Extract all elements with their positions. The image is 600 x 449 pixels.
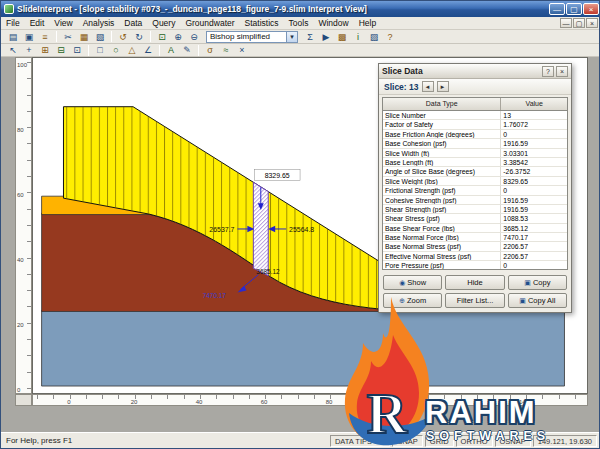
report-icon[interactable]: ▨ [367, 31, 381, 43]
menu-item-window[interactable]: Window [313, 17, 353, 30]
toolbar-group-analysis: Σ▶▩i▨? [302, 31, 398, 43]
menu-item-tools[interactable]: Tools [284, 17, 314, 30]
menu-item-statistics[interactable]: Statistics [240, 17, 284, 30]
bedrock-layer[interactable] [42, 310, 565, 386]
menu-item-view[interactable]: View [49, 17, 77, 30]
print-icon[interactable]: ≡ [38, 31, 52, 43]
slice-data-dialog: Slice Data ? × Slice: 13 ◄ ► Data Type V… [378, 63, 572, 313]
graph-query-icon[interactable]: △ [125, 44, 139, 56]
copy-all-button[interactable]: ▣Copy All [508, 293, 567, 308]
slice-next-button[interactable]: ► [437, 81, 449, 92]
table-row[interactable]: Pore Pressure (psf)0 [383, 261, 567, 270]
column-header-value[interactable]: Value [501, 98, 567, 110]
table-row[interactable]: Base Normal Force (lbs)7470.17 [383, 233, 567, 242]
table-row[interactable]: Effective Normal Stress (psf)2206.57 [383, 252, 567, 261]
help-icon[interactable]: ? [383, 31, 397, 43]
delete-icon[interactable]: × [235, 44, 249, 56]
table-row[interactable]: Angle of Slice Base (degrees)-26.3752 [383, 167, 567, 176]
table-row[interactable]: Base Normal Stress (psf)2206.57 [383, 242, 567, 251]
dialog-help-button[interactable]: ? [542, 66, 554, 77]
analysis-method-select[interactable]: Bishop simplified ▾ [206, 31, 298, 43]
zoom-button[interactable]: ⊕Zoom [383, 293, 442, 308]
toolbar-main: ▤▣≡✂▦▧↺↻⊡⊕⊖ Bishop simplified ▾ Σ▶▩i▨? [1, 30, 600, 44]
copy-icon[interactable]: ▦ [77, 31, 91, 43]
table-row[interactable]: Base Length (ft)3.38542 [383, 158, 567, 167]
query-slice-icon[interactable]: □ [93, 44, 107, 56]
filter-list-button-label: Filter List... [457, 296, 494, 305]
table-row[interactable]: Cohesive Strength (psf)1916.59 [383, 196, 567, 205]
select-icon[interactable]: ↖ [6, 44, 20, 56]
zoom-extents-icon[interactable]: ⊡ [155, 31, 169, 43]
close-button[interactable]: × [583, 3, 599, 15]
copy-button[interactable]: ▣Copy [508, 275, 567, 290]
interpret-icon[interactable]: ▶ [319, 31, 333, 43]
info-icon[interactable]: i [351, 31, 365, 43]
chevron-down-icon[interactable]: ▾ [286, 32, 297, 42]
stress-icon[interactable]: σ [203, 44, 217, 56]
dialog-titlebar[interactable]: Slice Data ? × [379, 64, 571, 79]
open-icon[interactable]: ▤ [6, 31, 20, 43]
menu-item-file[interactable]: File [1, 17, 25, 30]
menu-item-help[interactable]: Help [354, 17, 381, 30]
show-button[interactable]: ◉Show [383, 275, 442, 290]
table-row[interactable]: Base Friction Angle (degrees)0 [383, 130, 567, 139]
zoom-out-icon[interactable]: ⊖ [187, 31, 201, 43]
menu-item-groundwater[interactable]: Groundwater [180, 17, 239, 30]
filter-list-button[interactable]: Filter List... [445, 293, 504, 308]
redo-icon[interactable]: ↻ [132, 31, 146, 43]
hide-button-label: Hide [467, 278, 482, 287]
minimize-button[interactable]: — [549, 3, 565, 15]
add-text-icon[interactable]: A [164, 44, 178, 56]
table-row[interactable]: Factor of Safety1.76072 [383, 120, 567, 129]
annotate-icon[interactable]: ✎ [180, 44, 194, 56]
zoom-previous-icon[interactable]: ⊟ [54, 44, 68, 56]
svg-text:25564.8: 25564.8 [289, 226, 314, 233]
pan-icon[interactable]: + [22, 44, 36, 56]
measure-angle-icon[interactable]: ∠ [141, 44, 155, 56]
zoom-in-icon[interactable]: ⊕ [171, 31, 185, 43]
undo-icon[interactable]: ↺ [116, 31, 130, 43]
value-cell: 8329.65 [501, 177, 567, 186]
table-row[interactable]: Frictional Strength (psf)0 [383, 186, 567, 195]
settings-icon[interactable]: ▩ [335, 31, 349, 43]
contour-icon[interactable]: ≈ [219, 44, 233, 56]
menu-item-data[interactable]: Data [119, 17, 147, 30]
zoom-window-icon[interactable]: ⊞ [38, 44, 52, 56]
slice-prev-button[interactable]: ◄ [422, 81, 434, 92]
compute-icon[interactable]: Σ [303, 31, 317, 43]
table-row[interactable]: Slice Weight (lbs)8329.65 [383, 177, 567, 186]
zoom-button-label: Zoom [407, 296, 426, 305]
value-cell: 7470.17 [501, 233, 567, 242]
dialog-close-button[interactable]: × [556, 66, 568, 77]
menu-item-edit[interactable]: Edit [25, 17, 50, 30]
value-cell: 2206.57 [501, 252, 567, 261]
cut-icon[interactable]: ✂ [61, 31, 75, 43]
titlebar[interactable]: SlideInterpret - [slope stability #073_-… [1, 1, 600, 17]
query-point-icon[interactable]: ○ [109, 44, 123, 56]
maximize-button[interactable]: ▢ [566, 3, 582, 15]
value-cell: 1916.59 [501, 196, 567, 205]
table-row[interactable]: Base Cohesion (psf)1916.59 [383, 139, 567, 148]
menu-item-analysis[interactable]: Analysis [78, 17, 120, 30]
save-icon[interactable]: ▣ [22, 31, 36, 43]
table-row[interactable]: Shear Strength (psf)1916.59 [383, 205, 567, 214]
mdi-restore-button[interactable]: ▢ [573, 18, 585, 28]
table-row[interactable]: Shear Stress (psf)1088.53 [383, 214, 567, 223]
zoom-all-icon[interactable]: ⊡ [70, 44, 84, 56]
paste-icon[interactable]: ▧ [93, 31, 107, 43]
table-row[interactable]: Slice Number13 [383, 111, 567, 120]
ruler-label-y: 100 [17, 62, 27, 68]
mdi-close-button[interactable]: × [586, 18, 598, 28]
menu-item-query[interactable]: Query [147, 17, 180, 30]
table-row[interactable]: Base Shear Force (lbs)3685.12 [383, 224, 567, 233]
table-row[interactable]: Slice Width (ft)3.03301 [383, 149, 567, 158]
hide-button[interactable]: Hide [445, 275, 504, 290]
column-header-data-type[interactable]: Data Type [383, 98, 501, 110]
data-type-cell: Base Normal Stress (psf) [383, 242, 501, 251]
mdi-window-controls: —▢× [560, 18, 600, 28]
slice-selector-label: Slice: 13 [384, 82, 419, 92]
window-controls: — ▢ × [549, 3, 599, 15]
data-type-cell: Base Cohesion (psf) [383, 139, 501, 148]
slice-table-header: Data Type Value [382, 97, 568, 110]
mdi-minimize-button[interactable]: — [560, 18, 572, 28]
